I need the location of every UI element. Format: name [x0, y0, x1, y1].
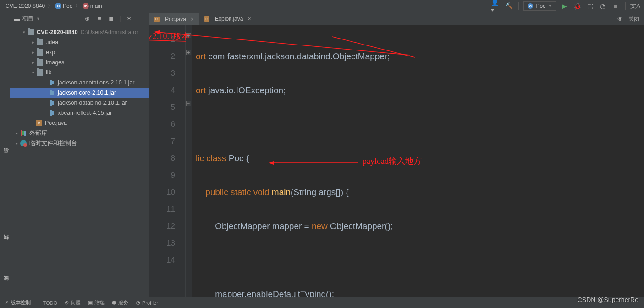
tab-exploit[interactable]: C Exploit.java × [199, 13, 256, 25]
profiler-icon[interactable]: ◔ [598, 1, 608, 11]
reader-mode-icon[interactable]: 👁 [617, 16, 623, 22]
code-body[interactable]: ort com.fasterxml.jackson.databind.Objec… [192, 25, 644, 297]
folder-icon: ▬ [14, 15, 20, 22]
folder-icon [37, 69, 43, 76]
breadcrumb-class[interactable]: CPoc [53, 2, 74, 10]
services-tool[interactable]: ⬢ 服务 [112, 299, 128, 306]
editor-controls: 👁 关闭 [617, 15, 639, 23]
java-icon: C [204, 16, 209, 22]
panel-title: 项目 [22, 15, 33, 22]
hide-icon[interactable]: — [137, 15, 145, 23]
tree-folder-idea[interactable]: ▸.idea [10, 37, 149, 47]
navigation-bar: CVE-2020-8840 〉 CPoc 〉 mmain 👤▾ 🔨 C Poc … [0, 0, 644, 12]
fold-gutter: + + − [186, 25, 192, 297]
close-icon[interactable]: × [248, 16, 251, 22]
jar-icon [49, 79, 55, 86]
fold-icon[interactable]: − [186, 101, 191, 106]
settings-icon[interactable]: ✶ [125, 15, 133, 23]
java-icon: C [154, 17, 160, 22]
java-icon: C [36, 120, 42, 126]
terminal-tool[interactable]: ▣ 终端 [88, 299, 105, 306]
watermark: CSDN @SuperherRo [578, 296, 638, 303]
jar-icon [49, 110, 55, 116]
tree-jar[interactable]: jackson-databind-2.10.1.jar [10, 98, 149, 108]
locate-icon[interactable]: ⊕ [83, 15, 92, 23]
scratch-icon [20, 140, 27, 146]
vcs-tool[interactable]: ↗版本控制 [5, 299, 31, 306]
panel-title-group[interactable]: ▬ 项目 ▼ [14, 15, 40, 22]
expand-icon[interactable]: ▸ [30, 60, 36, 65]
tree-folder-exp[interactable]: ▸exp [10, 47, 149, 57]
panel-header: ▬ 项目 ▼ ⊕ ≡ ≣ | ✶ — [10, 12, 149, 25]
method-icon: m [83, 3, 89, 9]
status-bar: ↗版本控制 ≡ TODO ⊘ 问题 ▣ 终端 ⬢ 服务 ◔ Profiler [0, 297, 644, 308]
expand-icon[interactable]: ▸ [14, 130, 19, 136]
debug-icon[interactable]: 🐞 [572, 1, 582, 11]
tree-external-libs[interactable]: ▸外部库 [10, 128, 149, 138]
expand-icon[interactable]: ▸ [30, 50, 36, 55]
line-numbers: 1234567891011121314 [149, 25, 186, 297]
chevron-down-icon: ▼ [36, 17, 40, 21]
tab-poc[interactable]: C Poc.java × [149, 13, 199, 25]
chevron-down-icon: ▼ [548, 4, 552, 8]
left-tool-gutter: 项目 结构 收藏 [0, 12, 10, 297]
collapse-icon[interactable]: ≣ [107, 15, 116, 23]
folder-icon [37, 49, 43, 56]
chevron-icon: 〉 [75, 3, 80, 9]
close-icon[interactable]: × [191, 16, 194, 22]
expand-icon[interactable]: ▾ [30, 70, 36, 75]
editor-tabs: C Poc.java × C Exploit.java × [149, 12, 644, 25]
breadcrumb: CVE-2020-8840 〉 CPoc 〉 mmain [4, 2, 104, 10]
user-icon[interactable]: 👤▾ [491, 1, 501, 11]
class-icon: C [528, 3, 533, 9]
editor-area: C Poc.java × C Exploit.java × 👁 关闭 12345… [149, 12, 644, 297]
toolbar: 👤▾ 🔨 C Poc ▼ ▶ 🐞 ⬚ ◔ ■ 文A [491, 1, 640, 11]
libraries-icon [20, 130, 27, 136]
todo-tool[interactable]: ≡ TODO [38, 300, 57, 306]
tree-scratches[interactable]: ▸临时文件和控制台 [10, 138, 149, 148]
expand-icon[interactable]: ▸ [14, 140, 19, 146]
tree-jar[interactable]: jackson-annotations-2.10.1.jar [10, 78, 149, 88]
jar-icon [49, 90, 55, 96]
breadcrumb-project[interactable]: CVE-2020-8840 [4, 2, 47, 10]
problems-tool[interactable]: ⊘ 问题 [65, 299, 81, 306]
code-editor[interactable]: 1234567891011121314 + + − ort com.faster… [149, 25, 644, 297]
fold-icon[interactable]: + [186, 50, 191, 55]
branch-icon: ↗ [5, 300, 9, 306]
separator [625, 2, 626, 10]
tree-java-file[interactable]: CPoc.java [10, 118, 149, 128]
run-config-selector[interactable]: C Poc ▼ [523, 1, 556, 11]
tree-folder-lib[interactable]: ▾lib [10, 67, 149, 78]
fold-icon[interactable]: + [186, 33, 191, 38]
translate-icon[interactable]: 文A [630, 1, 640, 11]
tree-jar-selected[interactable]: jackson-core-2.10.1.jar [10, 88, 149, 98]
breadcrumb-method[interactable]: mmain [81, 2, 104, 10]
separator [518, 2, 519, 10]
folder-icon [37, 39, 43, 45]
expand-icon[interactable]: ▸ [30, 39, 36, 45]
stop-icon[interactable]: ■ [611, 1, 621, 11]
class-icon: C [55, 3, 61, 9]
folder-icon [28, 29, 34, 35]
panel-tools: ⊕ ≡ ≣ | ✶ — [83, 15, 145, 23]
tree-project-root[interactable]: ▾CVE-2020-8840C:\Users\Administrator [10, 27, 149, 37]
profiler-tool[interactable]: ◔ Profiler [136, 300, 158, 306]
project-panel: ▬ 项目 ▼ ⊕ ≡ ≣ | ✶ — ▾CVE-2020-8840C:\User… [10, 12, 149, 297]
jar-icon [49, 100, 55, 106]
folder-icon [37, 59, 43, 66]
expand-icon[interactable]: ≡ [95, 15, 104, 23]
tree-jar[interactable]: xbean-reflect-4.15.jar [10, 108, 149, 118]
main-layout: 项目 结构 收藏 ▬ 项目 ▼ ⊕ ≡ ≣ | ✶ — ▾CVE-2020-88… [0, 12, 644, 297]
project-tree: ▾CVE-2020-8840C:\Users\Administrator ▸.i… [10, 25, 149, 150]
close-all-button[interactable]: 关闭 [628, 15, 639, 23]
coverage-icon[interactable]: ⬚ [585, 1, 595, 11]
run-icon[interactable]: ▶ [559, 1, 569, 11]
expand-icon[interactable]: ▾ [21, 29, 27, 35]
tree-folder-images[interactable]: ▸images [10, 57, 149, 67]
chevron-icon: 〉 [48, 3, 52, 9]
build-icon[interactable]: 🔨 [504, 1, 514, 11]
